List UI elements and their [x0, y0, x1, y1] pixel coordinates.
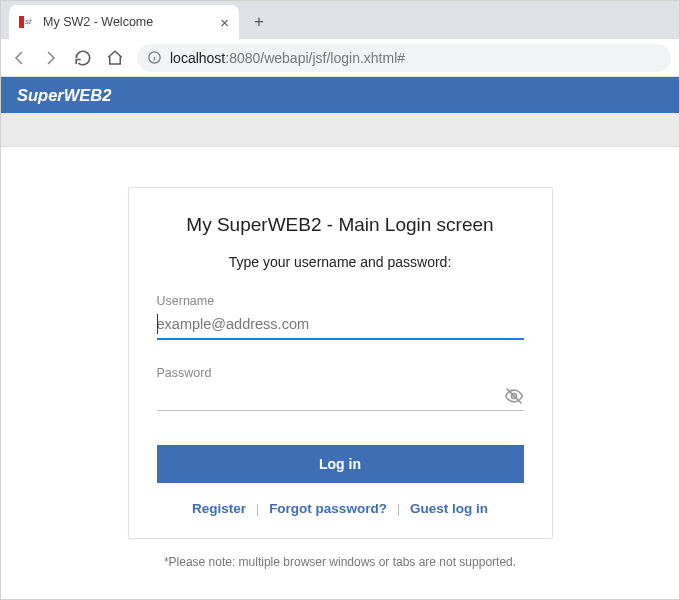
address-bar[interactable]: localhost:8080/webapi/jsf/login.xhtml#	[137, 44, 671, 72]
sub-header-bar	[1, 113, 679, 147]
footnote-text: *Please note: multiple browser windows o…	[164, 555, 516, 569]
login-links: Register | Forgot password? | Guest log …	[157, 501, 524, 516]
favicon-icon	[19, 14, 35, 30]
tab-title: My SW2 - Welcome	[43, 15, 214, 29]
back-icon[interactable]	[9, 48, 29, 68]
browser-tab[interactable]: My SW2 - Welcome ×	[9, 5, 239, 39]
login-title: My SuperWEB2 - Main Login screen	[157, 214, 524, 236]
site-info-icon[interactable]	[147, 50, 162, 65]
login-subtitle: Type your username and password:	[157, 254, 524, 270]
home-icon[interactable]	[105, 48, 125, 68]
login-card: My SuperWEB2 - Main Login screen Type yo…	[128, 187, 553, 539]
main-content: My SuperWEB2 - Main Login screen Type yo…	[1, 147, 679, 579]
password-row	[157, 382, 524, 411]
new-tab-button[interactable]: +	[245, 8, 273, 36]
text-caret	[157, 314, 158, 334]
browser-toolbar: localhost:8080/webapi/jsf/login.xhtml#	[1, 39, 679, 77]
login-button[interactable]: Log in	[157, 445, 524, 483]
username-row	[157, 310, 524, 340]
reload-icon[interactable]	[73, 48, 93, 68]
forgot-password-link[interactable]: Forgot password?	[269, 501, 387, 516]
password-label: Password	[157, 366, 524, 380]
password-input[interactable]	[157, 382, 504, 410]
username-label: Username	[157, 294, 524, 308]
close-icon[interactable]: ×	[220, 14, 229, 31]
guest-login-link[interactable]: Guest log in	[410, 501, 488, 516]
app-header: SuperWEB2	[1, 77, 679, 113]
browser-tab-bar: My SW2 - Welcome × +	[1, 1, 679, 39]
url-text: localhost:8080/webapi/jsf/login.xhtml#	[170, 50, 405, 66]
visibility-off-icon[interactable]	[504, 386, 524, 406]
forward-icon[interactable]	[41, 48, 61, 68]
username-input[interactable]	[157, 310, 524, 338]
brand-text: SuperWEB2	[17, 86, 111, 105]
register-link[interactable]: Register	[192, 501, 246, 516]
